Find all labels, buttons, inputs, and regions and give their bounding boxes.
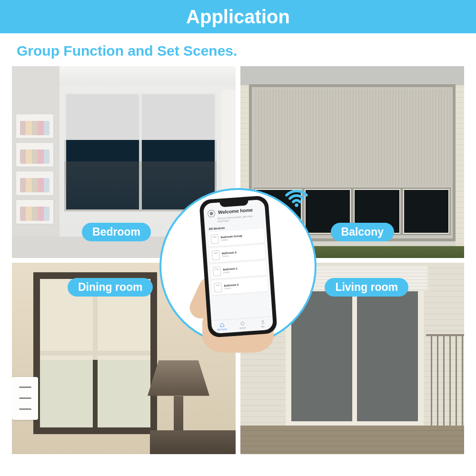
phone-screen[interactable]: Welcome home Set your home location, get… <box>203 199 273 334</box>
smart-icon <box>239 321 245 326</box>
user-icon <box>260 319 265 325</box>
device-list: bedroom GroupOnline bedroom 3Online bedr… <box>205 228 272 321</box>
blind-icon <box>212 267 220 277</box>
svg-point-0 <box>295 203 298 207</box>
label-living: Living room <box>325 278 408 297</box>
subtitle: Group Function and Set Scenes. <box>0 33 476 66</box>
blind-icon <box>210 234 218 244</box>
nav-me[interactable]: Me <box>252 317 273 331</box>
label-bedroom: Bedroom <box>82 223 151 241</box>
label-dining: Dining room <box>68 278 153 297</box>
svg-point-1 <box>240 322 244 325</box>
nav-home[interactable]: My home <box>211 319 232 334</box>
header-bar: Application <box>0 0 476 33</box>
weather-icon <box>207 209 215 218</box>
svg-point-2 <box>261 320 263 322</box>
device-row[interactable]: bedroom 3Online <box>209 245 266 263</box>
blind-icon <box>214 283 222 293</box>
blind-icon <box>211 250 219 260</box>
device-row[interactable]: bedroom GroupOnline <box>208 228 264 247</box>
device-row[interactable]: bedroom 1Online <box>210 261 267 279</box>
wall-switch-icon <box>12 377 38 420</box>
nav-smart[interactable]: Smart <box>231 318 253 332</box>
welcome-sub: Set your home location, get more informa… <box>217 214 262 222</box>
home-icon <box>219 322 224 327</box>
center-phone-circle: Welcome home Set your home location, get… <box>159 188 317 345</box>
welcome-title: Welcome home <box>218 207 253 215</box>
phone-mockup: Welcome home Set your home location, get… <box>199 195 278 337</box>
wifi-icon <box>283 185 310 212</box>
label-balcony: Balcony <box>331 223 394 241</box>
device-row[interactable]: bedroom 2Online <box>211 277 268 295</box>
header-title: Application <box>186 6 290 28</box>
